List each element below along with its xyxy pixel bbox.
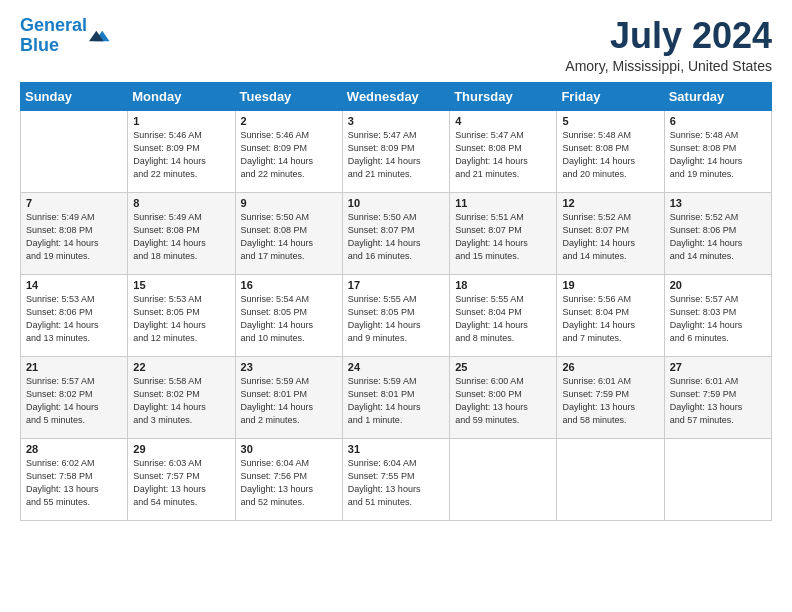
day-number: 21	[26, 361, 122, 373]
day-cell: 9Sunrise: 5:50 AM Sunset: 8:08 PM Daylig…	[235, 192, 342, 274]
weekday-header-tuesday: Tuesday	[235, 82, 342, 110]
day-info: Sunrise: 5:48 AM Sunset: 8:08 PM Dayligh…	[562, 129, 658, 181]
weekday-header-saturday: Saturday	[664, 82, 771, 110]
day-cell: 17Sunrise: 5:55 AM Sunset: 8:05 PM Dayli…	[342, 274, 449, 356]
day-number: 31	[348, 443, 444, 455]
day-cell	[450, 438, 557, 520]
day-number: 19	[562, 279, 658, 291]
logo: General Blue	[20, 16, 111, 56]
day-info: Sunrise: 5:52 AM Sunset: 8:07 PM Dayligh…	[562, 211, 658, 263]
day-cell	[557, 438, 664, 520]
day-info: Sunrise: 5:52 AM Sunset: 8:06 PM Dayligh…	[670, 211, 766, 263]
day-number: 4	[455, 115, 551, 127]
day-cell: 7Sunrise: 5:49 AM Sunset: 8:08 PM Daylig…	[21, 192, 128, 274]
day-number: 13	[670, 197, 766, 209]
day-cell: 24Sunrise: 5:59 AM Sunset: 8:01 PM Dayli…	[342, 356, 449, 438]
day-number: 26	[562, 361, 658, 373]
day-cell: 10Sunrise: 5:50 AM Sunset: 8:07 PM Dayli…	[342, 192, 449, 274]
day-number: 16	[241, 279, 337, 291]
day-cell: 26Sunrise: 6:01 AM Sunset: 7:59 PM Dayli…	[557, 356, 664, 438]
day-info: Sunrise: 5:57 AM Sunset: 8:03 PM Dayligh…	[670, 293, 766, 345]
day-info: Sunrise: 5:53 AM Sunset: 8:06 PM Dayligh…	[26, 293, 122, 345]
day-cell: 11Sunrise: 5:51 AM Sunset: 8:07 PM Dayli…	[450, 192, 557, 274]
day-info: Sunrise: 6:02 AM Sunset: 7:58 PM Dayligh…	[26, 457, 122, 509]
day-number: 29	[133, 443, 229, 455]
weekday-header-friday: Friday	[557, 82, 664, 110]
location: Amory, Mississippi, United States	[565, 58, 772, 74]
day-number: 23	[241, 361, 337, 373]
day-number: 10	[348, 197, 444, 209]
day-cell: 20Sunrise: 5:57 AM Sunset: 8:03 PM Dayli…	[664, 274, 771, 356]
day-number: 20	[670, 279, 766, 291]
day-info: Sunrise: 5:46 AM Sunset: 8:09 PM Dayligh…	[133, 129, 229, 181]
day-cell	[664, 438, 771, 520]
day-info: Sunrise: 6:01 AM Sunset: 7:59 PM Dayligh…	[670, 375, 766, 427]
day-number: 3	[348, 115, 444, 127]
day-cell: 12Sunrise: 5:52 AM Sunset: 8:07 PM Dayli…	[557, 192, 664, 274]
day-cell: 25Sunrise: 6:00 AM Sunset: 8:00 PM Dayli…	[450, 356, 557, 438]
calendar-container: General Blue July 2024 Amory, Mississipp…	[0, 0, 792, 531]
day-info: Sunrise: 5:47 AM Sunset: 8:09 PM Dayligh…	[348, 129, 444, 181]
month-title: July 2024	[565, 16, 772, 56]
weekday-header-thursday: Thursday	[450, 82, 557, 110]
day-cell: 13Sunrise: 5:52 AM Sunset: 8:06 PM Dayli…	[664, 192, 771, 274]
day-number: 7	[26, 197, 122, 209]
day-info: Sunrise: 6:04 AM Sunset: 7:56 PM Dayligh…	[241, 457, 337, 509]
logo-icon	[89, 25, 111, 47]
day-info: Sunrise: 6:00 AM Sunset: 8:00 PM Dayligh…	[455, 375, 551, 427]
day-number: 30	[241, 443, 337, 455]
day-cell: 2Sunrise: 5:46 AM Sunset: 8:09 PM Daylig…	[235, 110, 342, 192]
day-info: Sunrise: 5:49 AM Sunset: 8:08 PM Dayligh…	[26, 211, 122, 263]
day-cell: 18Sunrise: 5:55 AM Sunset: 8:04 PM Dayli…	[450, 274, 557, 356]
day-number: 6	[670, 115, 766, 127]
day-number: 8	[133, 197, 229, 209]
day-cell: 23Sunrise: 5:59 AM Sunset: 8:01 PM Dayli…	[235, 356, 342, 438]
day-number: 22	[133, 361, 229, 373]
day-info: Sunrise: 5:57 AM Sunset: 8:02 PM Dayligh…	[26, 375, 122, 427]
logo-text: General Blue	[20, 16, 87, 56]
day-info: Sunrise: 6:01 AM Sunset: 7:59 PM Dayligh…	[562, 375, 658, 427]
day-cell: 28Sunrise: 6:02 AM Sunset: 7:58 PM Dayli…	[21, 438, 128, 520]
day-cell: 30Sunrise: 6:04 AM Sunset: 7:56 PM Dayli…	[235, 438, 342, 520]
day-info: Sunrise: 5:50 AM Sunset: 8:07 PM Dayligh…	[348, 211, 444, 263]
day-info: Sunrise: 5:47 AM Sunset: 8:08 PM Dayligh…	[455, 129, 551, 181]
day-info: Sunrise: 6:03 AM Sunset: 7:57 PM Dayligh…	[133, 457, 229, 509]
day-cell: 15Sunrise: 5:53 AM Sunset: 8:05 PM Dayli…	[128, 274, 235, 356]
day-cell: 4Sunrise: 5:47 AM Sunset: 8:08 PM Daylig…	[450, 110, 557, 192]
day-info: Sunrise: 5:50 AM Sunset: 8:08 PM Dayligh…	[241, 211, 337, 263]
day-info: Sunrise: 5:58 AM Sunset: 8:02 PM Dayligh…	[133, 375, 229, 427]
day-info: Sunrise: 5:49 AM Sunset: 8:08 PM Dayligh…	[133, 211, 229, 263]
day-cell: 5Sunrise: 5:48 AM Sunset: 8:08 PM Daylig…	[557, 110, 664, 192]
weekday-header-wednesday: Wednesday	[342, 82, 449, 110]
day-cell: 22Sunrise: 5:58 AM Sunset: 8:02 PM Dayli…	[128, 356, 235, 438]
weekday-header-row: SundayMondayTuesdayWednesdayThursdayFrid…	[21, 82, 772, 110]
day-number: 28	[26, 443, 122, 455]
day-number: 11	[455, 197, 551, 209]
day-cell: 21Sunrise: 5:57 AM Sunset: 8:02 PM Dayli…	[21, 356, 128, 438]
day-cell: 8Sunrise: 5:49 AM Sunset: 8:08 PM Daylig…	[128, 192, 235, 274]
logo-line1: General	[20, 15, 87, 35]
day-info: Sunrise: 5:55 AM Sunset: 8:04 PM Dayligh…	[455, 293, 551, 345]
day-number: 27	[670, 361, 766, 373]
title-block: July 2024 Amory, Mississippi, United Sta…	[565, 16, 772, 74]
day-number: 18	[455, 279, 551, 291]
day-info: Sunrise: 6:04 AM Sunset: 7:55 PM Dayligh…	[348, 457, 444, 509]
week-row-2: 7Sunrise: 5:49 AM Sunset: 8:08 PM Daylig…	[21, 192, 772, 274]
day-info: Sunrise: 5:48 AM Sunset: 8:08 PM Dayligh…	[670, 129, 766, 181]
day-number: 9	[241, 197, 337, 209]
day-info: Sunrise: 5:59 AM Sunset: 8:01 PM Dayligh…	[348, 375, 444, 427]
day-cell: 1Sunrise: 5:46 AM Sunset: 8:09 PM Daylig…	[128, 110, 235, 192]
day-number: 15	[133, 279, 229, 291]
day-cell: 19Sunrise: 5:56 AM Sunset: 8:04 PM Dayli…	[557, 274, 664, 356]
day-info: Sunrise: 5:55 AM Sunset: 8:05 PM Dayligh…	[348, 293, 444, 345]
day-number: 2	[241, 115, 337, 127]
day-number: 12	[562, 197, 658, 209]
logo-line2: Blue	[20, 35, 59, 55]
weekday-header-monday: Monday	[128, 82, 235, 110]
day-info: Sunrise: 5:46 AM Sunset: 8:09 PM Dayligh…	[241, 129, 337, 181]
day-number: 25	[455, 361, 551, 373]
day-info: Sunrise: 5:54 AM Sunset: 8:05 PM Dayligh…	[241, 293, 337, 345]
day-cell: 16Sunrise: 5:54 AM Sunset: 8:05 PM Dayli…	[235, 274, 342, 356]
day-info: Sunrise: 5:53 AM Sunset: 8:05 PM Dayligh…	[133, 293, 229, 345]
day-cell	[21, 110, 128, 192]
